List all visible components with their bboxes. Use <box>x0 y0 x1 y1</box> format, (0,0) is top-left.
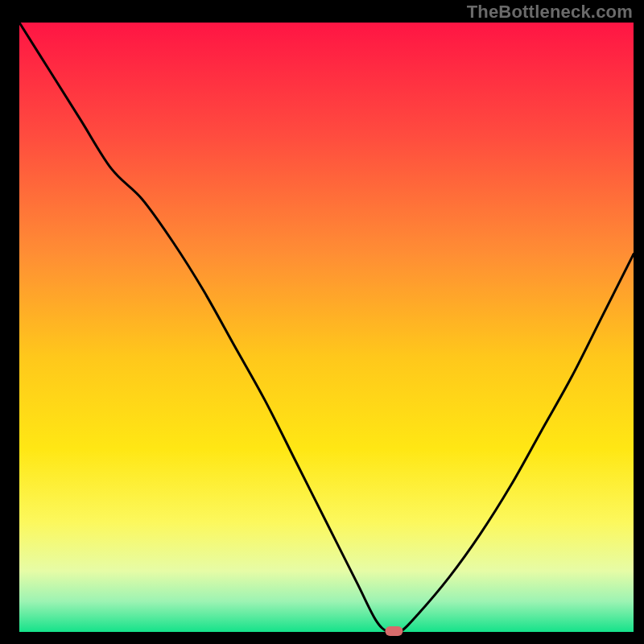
plot-background <box>19 23 634 632</box>
watermark-text: TheBottleneck.com <box>467 2 633 23</box>
chart-frame: TheBottleneck.com <box>0 0 644 644</box>
bottleneck-chart <box>0 0 644 644</box>
optimal-point-marker <box>385 626 402 636</box>
